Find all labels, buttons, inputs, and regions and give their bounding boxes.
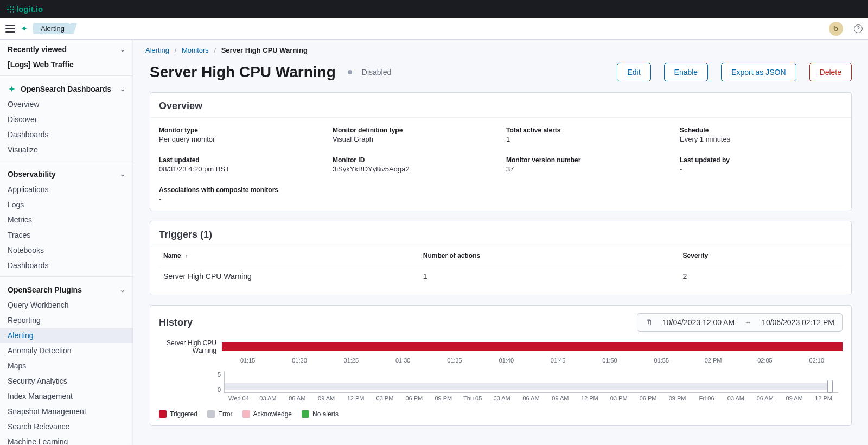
panel-title: Overview [150, 93, 851, 118]
sidebar-section-observability[interactable]: Observability ⌄ [0, 164, 133, 182]
legend-swatch [302, 410, 309, 418]
sidebar-item-applications[interactable]: Applications [0, 182, 133, 197]
breadcrumb-current: Server High CPU Warning [221, 46, 308, 54]
sidebar-item-visualize[interactable]: Visualize [0, 142, 133, 157]
breadcrumb-link[interactable]: Monitors [182, 46, 209, 54]
history-panel: History 🗓 10/04/2023 12:00 AM → 10/06/20… [150, 305, 852, 426]
history-legend: TriggeredErrorAcknowledgeNo alerts [150, 406, 851, 425]
triggers-table: Name ↑ Number of actions Severity Server… [159, 246, 843, 287]
legend-item[interactable]: No alerts [302, 410, 339, 418]
brand-logo[interactable]: logit.io [7, 4, 43, 14]
arrow-right-icon: → [744, 318, 752, 327]
help-icon[interactable]: ? [854, 24, 863, 33]
time-tick: 01:15 [222, 357, 273, 364]
app-bar: ✦ Alerting b ? [0, 18, 868, 40]
page-title: Server High CPU Warning [150, 63, 336, 81]
field-value: Visual Graph [333, 135, 495, 143]
time-tick: 01:50 [584, 357, 635, 364]
brand-topbar: logit.io [0, 0, 868, 18]
sidebar-item-anomaly-detection[interactable]: Anomaly Detection [0, 343, 133, 358]
sidebar-item-logs[interactable]: Logs [0, 197, 133, 212]
panel-title: History [159, 317, 193, 328]
avatar-initial: b [834, 24, 838, 33]
sidebar-section-label: Observability [8, 170, 56, 179]
sidebar-item-reporting[interactable]: Reporting [0, 313, 133, 328]
opensearch-icon: ✦ [8, 85, 16, 93]
field-value: 08/31/23 4:20 pm BST [159, 165, 322, 173]
sidebar-item-overview[interactable]: Overview [0, 97, 133, 112]
brush-tick: 03 PM [371, 395, 400, 402]
sidebar-item-security-analytics[interactable]: Security Analytics [0, 373, 133, 389]
y-tick: 5 [213, 371, 221, 378]
nav-toggle-button[interactable] [5, 25, 15, 33]
sidebar-item-notebooks[interactable]: Notebooks [0, 243, 133, 258]
brush-tick: 06 AM [516, 395, 546, 402]
delete-button[interactable]: Delete [809, 63, 852, 81]
time-tick: 01:40 [481, 357, 532, 364]
field-value: - [159, 195, 843, 203]
sidebar-item-metrics[interactable]: Metrics [0, 212, 133, 227]
field-label: Monitor definition type [333, 126, 495, 134]
logo-icon [7, 5, 14, 13]
date-range-picker[interactable]: 🗓 10/04/2023 12:00 AM → 10/06/2023 02:12… [637, 313, 843, 332]
sidebar-section-label: OpenSearch Plugins [8, 285, 82, 294]
brush-track[interactable] [224, 371, 838, 393]
sidebar-item-dashboards[interactable]: Dashboards [0, 127, 133, 142]
brush-tick: 12 PM [809, 395, 838, 402]
legend-item[interactable]: Error [207, 410, 233, 418]
status-dot-icon [348, 70, 352, 74]
legend-swatch [207, 410, 215, 418]
field-label: Last updated by [680, 156, 843, 164]
sidebar-item--logs-web-traffic[interactable]: [Logs] Web Traffic [0, 57, 133, 72]
time-tick: 01:30 [377, 357, 429, 364]
sidebar-item-search-relevance[interactable]: Search Relevance [0, 419, 133, 434]
sidebar-item-dashboards[interactable]: Dashboards [0, 258, 133, 273]
field-label: Monitor type [159, 126, 322, 134]
brush-handle[interactable] [827, 380, 833, 393]
export-json-button[interactable]: Export as JSON [721, 63, 796, 81]
brush-tick: Fri 06 [692, 395, 722, 402]
table-cell: 1 [419, 265, 679, 288]
brush-selection[interactable] [225, 383, 828, 390]
brush-tick: 09 PM [663, 395, 692, 402]
column-header-actions[interactable]: Number of actions [419, 246, 679, 265]
time-tick: 01:35 [429, 357, 480, 364]
brush-tick: 09 PM [429, 395, 458, 402]
edit-button[interactable]: Edit [617, 63, 650, 81]
chevron-down-icon: ⌄ [120, 46, 125, 53]
column-header-severity[interactable]: Severity [679, 246, 843, 265]
brush-tick: 12 PM [575, 395, 604, 402]
field-label: Monitor ID [333, 156, 495, 164]
enable-button[interactable]: Enable [664, 63, 709, 81]
legend-item[interactable]: Acknowledge [242, 410, 292, 418]
sidebar-item-machine-learning[interactable]: Machine Learning [0, 434, 133, 445]
legend-label: Error [218, 410, 233, 418]
sidebar-item-snapshot-management[interactable]: Snapshot Management [0, 404, 133, 419]
sidebar-item-maps[interactable]: Maps [0, 358, 133, 373]
sidebar-item-traces[interactable]: Traces [0, 227, 133, 243]
sidebar-item-index-management[interactable]: Index Management [0, 389, 133, 404]
chevron-down-icon: ⌄ [120, 286, 125, 294]
sidebar-item-discover[interactable]: Discover [0, 112, 133, 127]
timeline-bar-triggered[interactable] [222, 342, 843, 351]
history-brush-chart[interactable]: 5 0 Wed 0403 AM06 AM09 AM12 PM03 PM06 PM… [159, 371, 843, 406]
context-chip[interactable]: Alerting [33, 23, 72, 34]
field-label: Monitor version number [506, 156, 669, 164]
sidebar-section-plugins[interactable]: OpenSearch Plugins ⌄ [0, 280, 133, 297]
avatar[interactable]: b [829, 22, 843, 36]
column-header-name[interactable]: Name ↑ [159, 246, 419, 265]
legend-item[interactable]: Triggered [159, 410, 197, 418]
status-badge: Disabled [362, 68, 391, 77]
sidebar-section-recently-viewed[interactable]: Recently viewed ⌄ [0, 40, 133, 57]
breadcrumb-link[interactable]: Alerting [145, 46, 169, 54]
sidebar-section-label: OpenSearch Dashboards [21, 85, 111, 93]
field-value: 1 [506, 135, 669, 143]
field-value: 37 [506, 165, 669, 173]
brush-tick: 03 AM [721, 395, 750, 402]
sidebar-item-alerting[interactable]: Alerting [0, 328, 133, 343]
table-row[interactable]: Server High CPU Warning12 [159, 265, 843, 288]
field-value: Per query monitor [159, 135, 322, 143]
sidebar-item-query-workbench[interactable]: Query Workbench [0, 297, 133, 313]
brush-tick: 06 PM [399, 395, 429, 402]
sidebar-section-dashboards[interactable]: ✦ OpenSearch Dashboards ⌄ [0, 79, 133, 97]
